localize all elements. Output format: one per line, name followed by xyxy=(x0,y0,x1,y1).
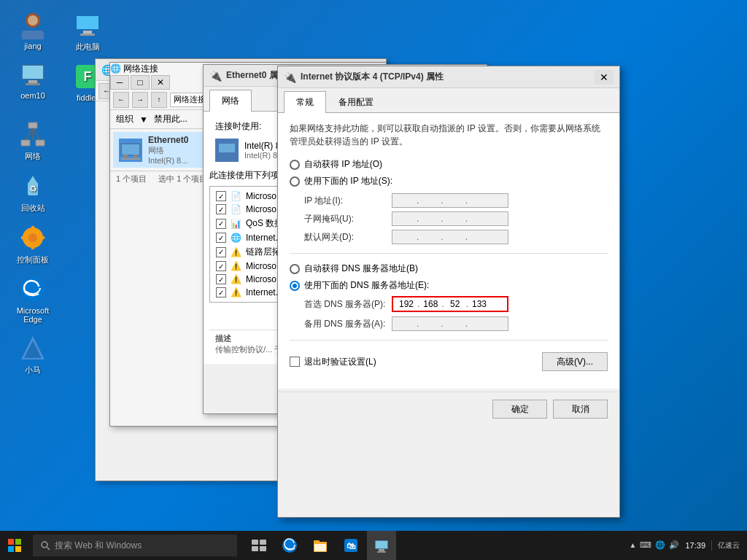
radio-auto-ip[interactable]: 自动获得 IP 地址(O) xyxy=(290,158,608,171)
radio-manual-dns[interactable]: 使用下面的 DNS 服务器地址(E): xyxy=(290,279,608,292)
tcpip-title: Internet 协议版本 4 (TCP/IPv4) 属性 xyxy=(301,71,595,83)
pdns-octet-4[interactable] xyxy=(469,299,489,309)
nc-up-btn[interactable]: ↑ xyxy=(151,92,167,108)
ip-address-input[interactable]: . . . xyxy=(392,193,508,208)
taskbar: 搜索 Web 和 Windows xyxy=(0,531,747,560)
cb-3[interactable] xyxy=(216,233,226,243)
thispc-icon xyxy=(73,10,102,39)
recycle-label: 回收站 xyxy=(21,203,45,214)
advanced-btn[interactable]: 高级(V)... xyxy=(542,352,608,371)
desktop-icon-control-panel[interactable]: 控制面板 xyxy=(7,220,58,268)
pdns-octet-3[interactable] xyxy=(445,299,465,309)
adns-octet-3[interactable] xyxy=(444,319,465,329)
chevron-up-icon[interactable]: ▲ xyxy=(630,541,637,549)
network-status-icon[interactable]: 🌐 xyxy=(655,540,665,550)
taskbar-app-edge[interactable] xyxy=(275,531,304,560)
desktop-icon-xiaoma[interactable]: 小马 xyxy=(7,330,58,378)
taskbar-app-netconn[interactable] xyxy=(367,531,396,560)
adns-octet-1[interactable] xyxy=(395,319,416,329)
taskbar-app-store[interactable]: 🛍 xyxy=(336,531,365,560)
svg-rect-55 xyxy=(379,549,384,551)
svg-line-17 xyxy=(33,128,40,140)
svg-rect-36 xyxy=(219,144,235,152)
tab-general[interactable]: 常规 xyxy=(284,91,326,113)
subnet-octet-3[interactable] xyxy=(444,214,465,224)
start-button[interactable] xyxy=(0,531,29,560)
cb-6[interactable] xyxy=(216,274,226,284)
taskbar-search-placeholder: 搜索 Web 和 Windows xyxy=(55,540,142,552)
gw-octet-3[interactable] xyxy=(444,232,465,242)
svg-point-41 xyxy=(42,542,47,548)
control-panel-label: 控制面板 xyxy=(17,254,49,265)
subnet-input[interactable]: . . . xyxy=(392,211,508,226)
svg-rect-54 xyxy=(376,541,387,548)
nc-back-btn[interactable]: ← xyxy=(113,92,129,108)
gw-octet-4[interactable] xyxy=(468,232,489,242)
svg-rect-25 xyxy=(21,236,27,239)
desktop-icon-oem10[interactable]: oem10 xyxy=(7,57,58,103)
cb-2[interactable] xyxy=(216,219,226,229)
desktop-icon-network[interactable]: 网络 xyxy=(7,117,58,165)
disable-btn[interactable]: 禁用此... xyxy=(154,113,187,125)
desktop-icon-edge[interactable]: Microsoft Edge xyxy=(7,272,58,327)
preferred-dns-label: 首选 DNS 服务器(P): xyxy=(304,298,392,311)
cb-0[interactable] xyxy=(216,191,226,201)
eth-prop-title-icon: 🔌 xyxy=(209,70,222,82)
alternate-dns-input[interactable]: . . . xyxy=(392,316,508,331)
subnet-octet-2[interactable] xyxy=(419,214,440,224)
gw-octet-2[interactable] xyxy=(419,232,440,242)
cb-5[interactable] xyxy=(216,261,226,271)
ip-octet-1[interactable] xyxy=(395,195,416,206)
subnet-octet-4[interactable] xyxy=(468,214,489,224)
auto-ip-label: 自动获得 IP 地址(O) xyxy=(304,158,382,171)
tcpip-titlebar: 🔌 Internet 协议版本 4 (TCP/IPv4) 属性 ✕ xyxy=(278,66,619,88)
taskbar-app-explorer[interactable] xyxy=(306,531,335,560)
ip-octet-2[interactable] xyxy=(419,195,440,206)
adns-octet-4[interactable] xyxy=(468,319,489,329)
tab-alternate[interactable]: 备用配置 xyxy=(326,91,386,113)
adns-octet-2[interactable] xyxy=(419,319,440,329)
ip-octet-3[interactable] xyxy=(444,195,465,206)
radio-auto-dns[interactable]: 自动获得 DNS 服务器地址(B) xyxy=(290,262,608,275)
radio-manual-ip[interactable]: 使用下面的 IP 地址(S): xyxy=(290,175,608,187)
svg-rect-39 xyxy=(8,546,14,552)
subnet-octet-1[interactable] xyxy=(395,214,416,224)
pdns-octet-2[interactable] xyxy=(420,299,441,309)
thispc-label: 此电脑 xyxy=(76,42,100,52)
cb-7[interactable] xyxy=(216,287,226,298)
ok-btn[interactable]: 确定 xyxy=(492,400,547,419)
separator xyxy=(290,253,608,254)
net-conn-maximize-btn[interactable]: □ xyxy=(131,75,150,90)
volume-icon[interactable]: 🔊 xyxy=(669,540,679,550)
cb-1[interactable] xyxy=(216,204,226,214)
gateway-input[interactable]: . . . xyxy=(392,230,508,244)
validate-checkbox[interactable] xyxy=(290,357,300,367)
comp-icon-4: ⚠️ xyxy=(231,247,241,257)
subnet-dot-1: . xyxy=(417,214,419,224)
taskbar-search-box[interactable]: 搜索 Web 和 Windows xyxy=(33,534,237,556)
pdns-octet-1[interactable] xyxy=(396,299,417,309)
cancel-btn[interactable]: 取消 xyxy=(553,400,608,419)
org-btn[interactable]: 组织 xyxy=(116,113,133,125)
ip-octet-4[interactable] xyxy=(468,195,489,206)
taskbar-app-multiwindow[interactable] xyxy=(244,531,274,560)
taskbar-time[interactable]: 17:39 xyxy=(685,540,705,551)
svg-rect-37 xyxy=(8,539,14,545)
eth-prop-tab-network[interactable]: 网络 xyxy=(209,90,252,112)
net-conn-minimize-btn[interactable]: ─ xyxy=(110,75,129,90)
tcpip-close-btn[interactable]: ✕ xyxy=(595,70,614,85)
cb-4[interactable] xyxy=(216,247,226,257)
net-conn-close-btn[interactable]: ✕ xyxy=(151,75,170,90)
desktop-icon-jiang[interactable]: jiang xyxy=(7,7,58,53)
nc-forward-btn[interactable]: → xyxy=(132,92,148,108)
svg-rect-34 xyxy=(121,158,140,160)
subnet-dot-3: . xyxy=(465,214,468,224)
svg-rect-38 xyxy=(15,539,21,545)
preferred-dns-input[interactable]: . . . xyxy=(392,296,508,312)
gw-octet-1[interactable] xyxy=(395,232,416,242)
svg-rect-24 xyxy=(31,244,34,249)
tcpip-tabs: 常规 备用配置 xyxy=(278,91,619,113)
svg-text:F: F xyxy=(84,69,92,84)
desktop-icon-thispc[interactable]: 此电脑 xyxy=(62,7,113,55)
desktop-icon-recycle[interactable]: ♻ 回收站 xyxy=(7,168,58,217)
